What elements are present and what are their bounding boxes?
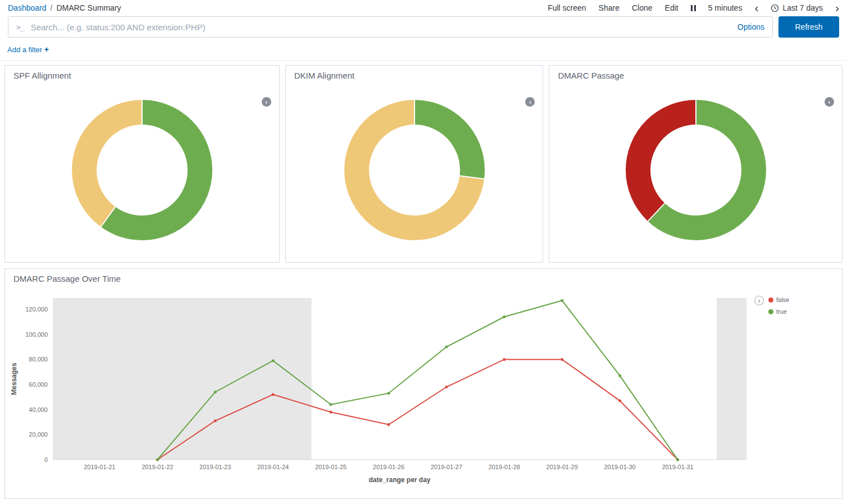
edit-button[interactable]: Edit	[665, 3, 678, 12]
share-button[interactable]: Share	[599, 3, 620, 12]
plus-icon: +	[44, 45, 49, 54]
panel-title: DKIM Alignment	[286, 66, 543, 84]
chart-legend: › false true	[754, 294, 789, 489]
search-input[interactable]	[31, 22, 731, 32]
line-chart-area: 020,00040,00060,00080,000100,000120,0002…	[5, 294, 842, 489]
svg-text:2019-01-31: 2019-01-31	[662, 464, 693, 470]
svg-text:40,000: 40,000	[29, 406, 48, 413]
pause-refresh-icon[interactable]	[691, 5, 696, 11]
legend-toggle-icon[interactable]: ‹	[262, 97, 271, 107]
legend-item-true[interactable]: true	[768, 308, 789, 315]
svg-text:0: 0	[44, 456, 48, 463]
svg-text:date_range per day: date_range per day	[368, 476, 430, 484]
legend-toggle-icon[interactable]: ›	[754, 296, 764, 305]
donut-row: SPF Allignment ‹ DKIM Alignment ‹ DMARC …	[4, 65, 843, 263]
add-filter-link[interactable]: Add a filter +	[7, 45, 49, 54]
svg-text:2019-01-21: 2019-01-21	[84, 464, 115, 470]
svg-text:2019-01-24: 2019-01-24	[257, 464, 289, 470]
panel-title: DMARC Passage Over Time	[5, 269, 842, 287]
breadcrumb-current: DMARC Summary	[56, 3, 121, 12]
svg-text:2019-01-23: 2019-01-23	[199, 464, 231, 470]
svg-text:2019-01-28: 2019-01-28	[489, 464, 520, 470]
breadcrumb: Dashboard / DMARC Summary	[8, 3, 121, 12]
svg-text:100,000: 100,000	[25, 331, 48, 338]
panel-dmarc-passage: DMARC Passage ‹	[549, 65, 843, 263]
svg-text:2019-01-22: 2019-01-22	[142, 464, 173, 470]
legend-swatch-false	[768, 297, 773, 303]
legend-item-false[interactable]: false	[768, 296, 789, 303]
svg-text:20,000: 20,000	[29, 431, 48, 438]
svg-text:60,000: 60,000	[29, 381, 48, 388]
dmarc-over-time-chart[interactable]: 020,00040,00060,00080,000100,000120,0002…	[5, 294, 754, 489]
time-forward-icon[interactable]: ›	[835, 4, 839, 11]
breadcrumb-separator: /	[51, 3, 53, 12]
panel-title: DMARC Passage	[549, 66, 842, 84]
refresh-interval-button[interactable]: 5 minutes	[708, 3, 743, 12]
svg-text:2019-01-30: 2019-01-30	[604, 464, 635, 470]
panel-title: SPF Allignment	[5, 66, 279, 84]
svg-text:2019-01-27: 2019-01-27	[431, 464, 462, 470]
panel-dkim-alignment: DKIM Alignment ‹	[285, 65, 544, 263]
top-menu: Full screen Share Clone Edit 5 minutes ‹…	[548, 3, 839, 12]
svg-text:Messages: Messages	[10, 363, 18, 395]
dkim-alignment-donut-chart[interactable]	[286, 99, 543, 241]
legend-toggle-icon[interactable]: ‹	[825, 97, 834, 107]
panel-spf-alignment: SPF Allignment ‹	[4, 65, 280, 263]
refresh-button[interactable]: Refresh	[778, 16, 839, 38]
legend-label-false: false	[776, 296, 789, 303]
console-prompt-icon: >_	[16, 23, 24, 31]
legend-label-true: true	[776, 308, 787, 315]
filter-bar: Add a filter +	[0, 40, 847, 61]
panel-dmarc-passage-over-time: DMARC Passage Over Time 020,00040,00060,…	[4, 268, 843, 499]
legend-items: false true	[768, 296, 789, 315]
svg-text:80,000: 80,000	[29, 356, 48, 363]
svg-text:2019-01-26: 2019-01-26	[373, 464, 404, 470]
time-range-button[interactable]: Last 7 days	[771, 3, 823, 12]
dmarc-passage-donut-chart[interactable]	[549, 99, 842, 241]
svg-text:2019-01-25: 2019-01-25	[315, 464, 347, 470]
breadcrumb-dashboard[interactable]: Dashboard	[8, 3, 47, 12]
top-navigation: Dashboard / DMARC Summary Full screen Sh…	[0, 0, 847, 14]
clone-button[interactable]: Clone	[632, 3, 653, 12]
query-bar: >_ Options Refresh	[0, 14, 847, 40]
spf-alignment-donut-chart[interactable]	[5, 99, 279, 241]
clock-icon	[771, 4, 779, 12]
svg-text:2019-01-29: 2019-01-29	[547, 464, 578, 470]
legend-swatch-true	[768, 309, 773, 314]
full-screen-button[interactable]: Full screen	[548, 3, 586, 12]
dashboard-grid: SPF Allignment ‹ DKIM Alignment ‹ DMARC …	[0, 61, 847, 503]
search-box: >_ Options	[8, 16, 773, 38]
svg-text:120,000: 120,000	[25, 306, 48, 313]
time-back-icon[interactable]: ‹	[754, 4, 758, 11]
add-filter-label: Add a filter	[7, 45, 42, 54]
options-link[interactable]: Options	[737, 22, 764, 31]
time-range-label: Last 7 days	[782, 3, 823, 12]
